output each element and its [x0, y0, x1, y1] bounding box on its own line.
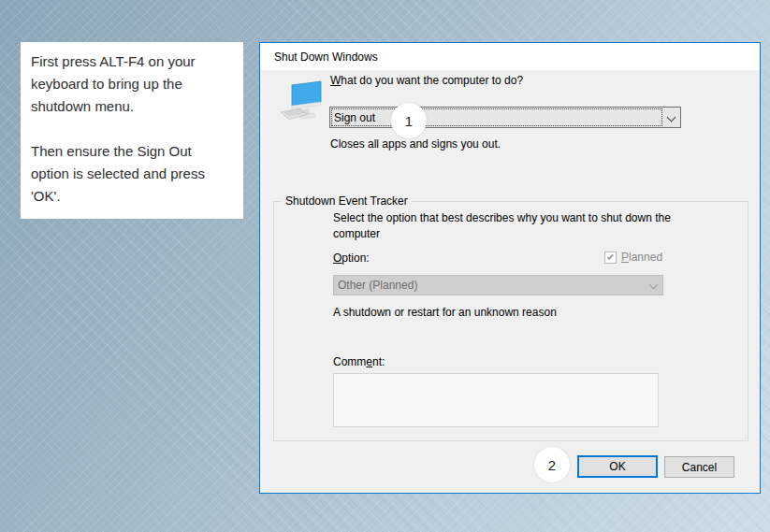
reason-select-value: Other (Planned): [338, 279, 417, 292]
cancel-button[interactable]: Cancel: [664, 456, 734, 478]
dialog-title: Shut Down Windows: [274, 50, 378, 64]
option-accesskey: O: [333, 252, 341, 265]
step-annotation-2: 2: [534, 447, 570, 482]
step-annotation-1: 1: [391, 103, 427, 138]
focus-outline: [332, 109, 661, 125]
shutdown-action-select[interactable]: Sign out: [329, 107, 681, 128]
shutdown-action-value: Sign out: [334, 111, 375, 124]
instruction-paragraph-1: First press ALT-F4 on your keyboard to b…: [31, 50, 233, 118]
shutdown-event-tracker-group: Shutdown Event Tracker Select the option…: [273, 201, 748, 441]
comment-input[interactable]: [333, 373, 659, 427]
option-label: Option:: [333, 252, 370, 265]
tracker-description: Select the option that best describes wh…: [333, 210, 707, 242]
shutdown-windows-dialog: Shut Down Windows What do you want the c…: [259, 42, 761, 494]
dialog-titlebar: Shut Down Windows: [260, 43, 760, 70]
instruction-paragraph-2: Then ensure the Sign Out option is selec…: [31, 140, 233, 208]
instruction-note: First press ALT-F4 on your keyboard to b…: [21, 42, 243, 219]
chevron-down-icon: [650, 281, 657, 288]
chevron-down-icon: [668, 113, 675, 120]
checkbox-checked-icon: [604, 252, 617, 264]
comment-label: Comment:: [333, 355, 385, 368]
computer-monitor-icon: [280, 80, 323, 123]
planned-checkbox-label: Planned: [621, 251, 662, 264]
group-label: Shutdown Event Tracker: [282, 194, 412, 208]
planned-checkbox[interactable]: Planned: [604, 251, 662, 264]
prompt-accesskey: W: [330, 74, 341, 87]
reason-description: A shutdown or restart for an unknown rea…: [333, 306, 557, 319]
action-description: Closes all apps and signs you out.: [330, 137, 501, 151]
reason-select: Other (Planned): [333, 275, 663, 295]
prompt-label: What do you want the computer to do?: [330, 74, 523, 87]
ok-button[interactable]: OK: [577, 455, 658, 478]
